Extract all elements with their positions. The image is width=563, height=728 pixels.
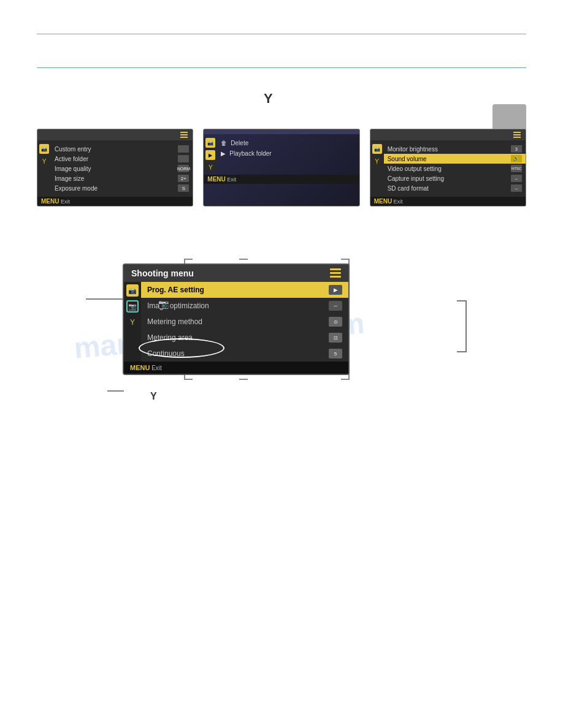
image-opt-icon: ─ [329, 301, 342, 311]
setup-menu-body: 📷 Y Monitor brightness 3 Sound volume 🔊 … [370, 140, 526, 197]
wrench-label-left: Y [150, 391, 157, 402]
continuous-icon: 5 [329, 349, 342, 358]
setup-item-sdcard: SD card format -- [384, 183, 526, 193]
large-menu-footer: MENU Exit [124, 362, 348, 374]
playback-play-icon: ▶ [205, 150, 215, 160]
large-menu-item-image-opt: Image optimization ─ [141, 298, 348, 314]
setup-item-capture: Capture input setting -- [384, 173, 526, 183]
top-divider [37, 34, 526, 34]
setup-sidebar: 📷 Y [370, 143, 384, 194]
shooting-menu-items: Custom entry Active folder Image quality… [51, 143, 193, 194]
prog-ae-icon: ▶ [329, 285, 342, 295]
right-sidebar-bracket [457, 300, 467, 352]
setup-item-monitor: Monitor brightness 3 [384, 144, 526, 154]
large-menu-title: Shooting menu [131, 268, 194, 278]
metering-area-icon: ⊡ [329, 333, 342, 343]
play-icon: ▶ [221, 150, 226, 157]
menu-item-exposure-mode: Exposure mode S [51, 183, 193, 193]
large-camera-outline-icon: 📷 [126, 300, 139, 313]
playback-item-folder: ▶ Playback folder [217, 148, 359, 159]
shooting-menu-header [37, 129, 193, 140]
setup-item-sound: Sound volume 🔊 [384, 154, 526, 164]
second-divider [37, 67, 526, 68]
large-wrench-icon: Y [126, 316, 139, 328]
playback-menu-body: 📷 ▶ Y 🗑 Delete ▶ Playback folder [204, 134, 359, 175]
playback-wrench-icon: Y [205, 162, 215, 172]
camera-sidebar-icon: 📷 [39, 144, 49, 154]
large-menu-item-continuous: Continuous 5 [141, 346, 348, 362]
menu-item-active-folder: Active folder [51, 154, 193, 164]
metering-method-icon: ⊙ [329, 317, 342, 327]
shooting-sidebar: 📷 Y [37, 143, 51, 194]
playback-item-delete: 🗑 Delete [217, 138, 359, 148]
playback-sidebar: 📷 ▶ Y [204, 137, 217, 172]
large-menu-item-prog-ae: Prog. AE setting ▶ [141, 282, 348, 298]
shooting-menu-body: 📷 Y Custom entry Active folder Image qua… [37, 140, 193, 197]
playback-menu-screen: 📷 ▶ Y 🗑 Delete ▶ Playback folder MENU Ex… [203, 129, 359, 207]
menu-item-image-size: Image size 2+ [51, 173, 193, 183]
menu-screenshots-row: 📷 Y Custom entry Active folder Image qua… [37, 129, 526, 207]
wrench-sidebar-icon: Y [39, 156, 49, 166]
setup-menu-footer: MENU Exit [370, 197, 526, 206]
large-menu-header: Shooting menu [124, 265, 348, 282]
large-menu-items: Prog. AE setting ▶ Image optimization ─ … [141, 282, 348, 362]
setup-menu-header [370, 129, 526, 140]
menu-item-image-quality: Image quality NORM [51, 164, 193, 173]
shooting-menu-screen: 📷 Y Custom entry Active folder Image qua… [37, 129, 193, 207]
playback-menu-header [204, 129, 359, 134]
setup-menu-items: Monitor brightness 3 Sound volume 🔊 Vide… [384, 143, 526, 194]
large-menu-wrapper: Shooting menu 📷 📷 Y Prog. AE setting ▶ I… [123, 264, 350, 375]
large-camera-icon: 📷 [126, 284, 139, 297]
camera-label-left: 📷 [158, 299, 169, 309]
playback-menu-footer: MENU Exit [204, 175, 359, 184]
playback-menu-items: 🗑 Delete ▶ Playback folder [217, 137, 359, 172]
large-sidebar: 📷 📷 Y [124, 282, 141, 362]
playback-camera-icon: 📷 [205, 138, 215, 148]
large-shooting-menu: Shooting menu 📷 📷 Y Prog. AE setting ▶ I… [123, 264, 350, 375]
shooting-menu-footer: MENU Exit [37, 197, 193, 206]
trash-icon: 🗑 [221, 140, 227, 146]
large-menu-item-metering-area: Metering area ⊡ [141, 330, 348, 346]
setup-wrench-icon: Y [372, 156, 382, 166]
menu-item-custom-entry: Custom entry [51, 144, 193, 154]
menu-header-icon [180, 132, 188, 138]
large-menu-item-metering: Metering method ⊙ [141, 314, 348, 330]
setup-item-video: Video output setting NTSC [384, 164, 526, 173]
setup-camera-icon: 📷 [372, 144, 382, 154]
wrench-symbol-top: Y [264, 91, 273, 107]
setup-menu-icon [513, 132, 521, 138]
large-menu-body: 📷 📷 Y Prog. AE setting ▶ Image optimizat… [124, 282, 348, 362]
setup-menu-screen: 📷 Y Monitor brightness 3 Sound volume 🔊 … [370, 129, 526, 207]
large-menu-icon [330, 268, 341, 278]
